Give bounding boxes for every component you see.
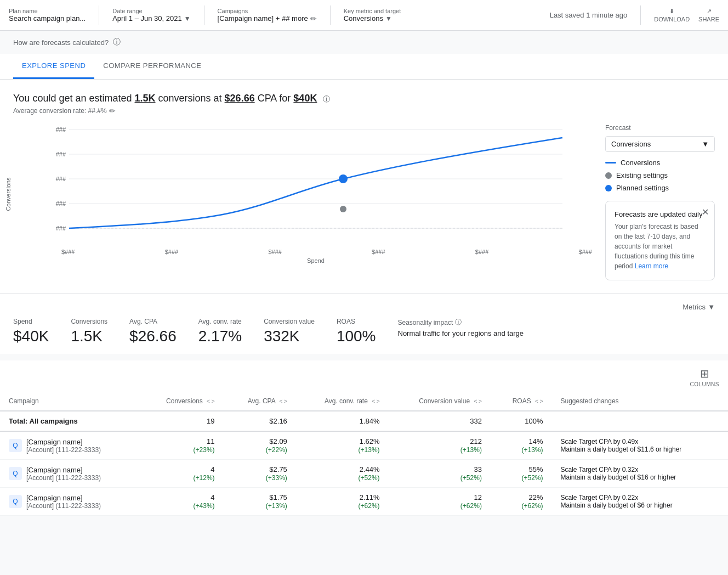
- roas-sort-icon[interactable]: < >: [535, 398, 543, 404]
- metric-seasonality: Seasonality impact ⓘ Normal traffic for …: [398, 318, 524, 345]
- campaign-3-avg-cpa: $1.75(+13%): [224, 488, 296, 516]
- campaigns-value: [Campaign name] + ## more ✏: [218, 14, 317, 23]
- legend-existing-icon: [605, 172, 612, 179]
- total-avg-conv-rate: 1.84%: [296, 411, 389, 431]
- svg-point-12: [339, 174, 348, 183]
- estimate-headline: You could get an estimated 1.5K conversi…: [13, 93, 715, 104]
- tab-compare-performance[interactable]: COMPARE PERFORMANCE: [94, 54, 210, 79]
- forecast-help-text[interactable]: How are forecasts calculated?: [13, 38, 109, 47]
- metric-conv-value: Conversion value 332K: [264, 318, 315, 345]
- columns-icon: ⊞: [700, 367, 709, 380]
- avg-cpa-sort-icon[interactable]: < >: [279, 398, 287, 404]
- conversions-sort-icon[interactable]: < >: [207, 398, 214, 404]
- campaign-1-roas: 14%(+13%): [491, 431, 552, 460]
- svg-text:###: ###: [56, 225, 66, 232]
- campaign-2-suggested: Scale Target CPA by 0.32x Maintain a dai…: [552, 460, 728, 488]
- divider-1: [99, 5, 99, 25]
- total-row: Total: All campaigns 19 $2.16 1.84% 332 …: [0, 411, 728, 431]
- legend-existing-label: Existing settings: [616, 171, 668, 179]
- header: Plan name Search campaign plan... Date r…: [0, 0, 728, 31]
- avg-conv-rate-sort-icon[interactable]: < >: [372, 398, 379, 404]
- budget-value: $40K: [293, 93, 317, 104]
- total-avg-cpa: $2.16: [224, 411, 296, 431]
- learn-more-link[interactable]: Learn more: [635, 262, 668, 270]
- last-saved: Last saved 1 minute ago: [550, 11, 628, 19]
- th-roas: ROAS < >: [491, 392, 552, 411]
- metric-spend-label: Spend: [13, 318, 49, 325]
- info-box-close-button[interactable]: ✕: [702, 207, 709, 217]
- campaign-1-conv-value: 212(+13%): [389, 431, 491, 460]
- campaign-1-conversions: 11(+23%): [139, 431, 223, 460]
- campaign-3-icon: Q: [9, 495, 22, 508]
- forecast-dropdown[interactable]: Conversions ▼: [605, 136, 715, 152]
- key-metric-value[interactable]: Conversions ▼: [344, 14, 401, 22]
- campaign-1-info: [Campaign name] [Account] (111-222-3333): [26, 438, 101, 454]
- key-metric-chevron-icon: ▼: [385, 15, 392, 22]
- campaign-3-name-cell: Q [Campaign name] [Account] (111-222-333…: [9, 494, 130, 510]
- campaign-1-avg-conv-rate: 1.62%(+13%): [296, 431, 389, 460]
- campaign-3-conversions: 4(+43%): [139, 488, 223, 516]
- share-button[interactable]: ↗ SHARE: [698, 8, 719, 22]
- chart-svg: ### ### ### ### ###: [39, 124, 592, 245]
- metric-roas-label: ROAS: [337, 318, 376, 325]
- date-range-field: Date range April 1 – Jun 30, 2021 ▼: [112, 8, 190, 22]
- campaigns-table: Campaign Conversions < > Avg. CPA < > Av…: [0, 392, 728, 516]
- chart-container: Conversions ### ### ### ### ###: [13, 124, 715, 280]
- campaign-1-account: [Account] (111-222-3333): [26, 446, 101, 454]
- forecast-panel: Forecast Conversions ▼ Conversions Exist…: [605, 124, 715, 280]
- metric-avg-cpa-label: Avg. CPA: [129, 318, 177, 325]
- date-range-value[interactable]: April 1 – Jun 30, 2021 ▼: [112, 14, 190, 22]
- campaign-2-icon: Q: [9, 467, 22, 480]
- download-button[interactable]: ⬇ DOWNLOAD: [654, 8, 690, 22]
- info-icon[interactable]: ⓘ: [113, 37, 121, 47]
- divider-4: [640, 5, 641, 25]
- campaign-3-name: [Campaign name]: [26, 494, 101, 502]
- campaign-1-name: [Campaign name]: [26, 438, 101, 446]
- sub-header: How are forecasts calculated? ⓘ: [0, 31, 728, 54]
- th-campaign: Campaign: [0, 392, 139, 411]
- conv-value-sort-icon[interactable]: < >: [474, 398, 481, 404]
- campaign-3-avg-conv-rate: 2.11%(+62%): [296, 488, 389, 516]
- campaign-2-avg-cpa: $2.75(+33%): [224, 460, 296, 488]
- avg-conv-rate-edit-icon[interactable]: ✏: [109, 106, 116, 115]
- info-box-title: Forecasts are updated daily: [615, 210, 706, 218]
- campaign-2-conversions: 4(+12%): [139, 460, 223, 488]
- cpa-value: $26.66: [225, 93, 255, 104]
- chart-x-labels: $### $### $### $### $### $###: [39, 246, 592, 255]
- campaign-1-icon: Q: [9, 439, 22, 452]
- table-header-row: ⊞ COLUMNS: [0, 360, 728, 392]
- chart-x-title: Spend: [39, 257, 592, 264]
- legend-existing: Existing settings: [605, 171, 715, 179]
- svg-point-11: [340, 206, 346, 212]
- forecast-info-box: ✕ Forecasts are updated daily Your plan'…: [605, 201, 715, 280]
- conversions-value: 1.5K: [135, 93, 156, 104]
- metric-conversions: Conversions 1.5K: [71, 318, 107, 345]
- campaign-3-cell: Q [Campaign name] [Account] (111-222-333…: [0, 488, 139, 516]
- campaigns-edit-icon[interactable]: ✏: [310, 14, 317, 23]
- svg-text:###: ###: [56, 126, 66, 133]
- campaign-1-suggested: Scale Target CPA by 0.49x Maintain a dai…: [552, 431, 728, 460]
- th-suggested: Suggested changes: [552, 392, 728, 411]
- total-suggested: [552, 411, 728, 431]
- tab-explore-spend[interactable]: EXPLORE SPEND: [13, 54, 94, 79]
- metrics-button[interactable]: Metrics ▼: [682, 303, 715, 311]
- main-card: You could get an estimated 1.5K conversi…: [0, 80, 728, 294]
- campaign-2-cell: Q [Campaign name] [Account] (111-222-333…: [0, 460, 139, 488]
- campaign-2-account: [Account] (111-222-3333): [26, 474, 101, 482]
- metric-seasonality-value: Normal traffic for your regions and targ…: [398, 329, 524, 337]
- metrics-header: Metrics ▼: [13, 303, 715, 311]
- date-range-chevron-icon: ▼: [184, 15, 191, 22]
- metric-conversions-value: 1.5K: [71, 328, 107, 345]
- legend-planned: Planned settings: [605, 184, 715, 192]
- metric-roas: ROAS 100%: [337, 318, 376, 345]
- th-avg-conv-rate: Avg. conv. rate < >: [296, 392, 389, 411]
- estimate-info-icon[interactable]: ⓘ: [323, 95, 330, 103]
- forecast-chevron-icon: ▼: [702, 140, 709, 148]
- campaign-3-roas: 22%(+62%): [491, 488, 552, 516]
- columns-button[interactable]: ⊞ COLUMNS: [690, 367, 719, 387]
- metric-spend-value: $40K: [13, 328, 49, 345]
- metric-seasonality-label: Seasonality impact ⓘ: [398, 318, 524, 327]
- metric-avg-cpa-value: $26.66: [129, 328, 177, 345]
- seasonality-info-icon[interactable]: ⓘ: [455, 318, 462, 327]
- download-icon: ⬇: [669, 8, 674, 15]
